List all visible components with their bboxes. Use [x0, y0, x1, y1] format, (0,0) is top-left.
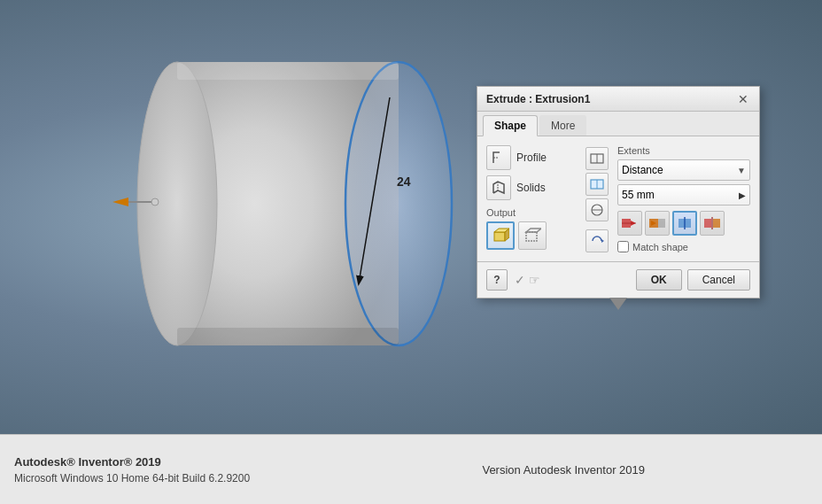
distance-dropdown[interactable]: Distance ▼: [617, 159, 750, 181]
svg-rect-3: [177, 62, 399, 80]
svg-text:24: 24: [397, 174, 411, 189]
tab-more[interactable]: More: [539, 115, 586, 136]
solids-row: Solids: [486, 175, 577, 200]
dir-button-2[interactable]: [645, 211, 670, 236]
status-line-2: Microsoft Windows 10 Home 64-bit Build 6…: [14, 472, 808, 485]
match-shape-row: Match shape: [617, 241, 750, 252]
extents-icon-1[interactable]: [585, 147, 609, 170]
svg-point-9: [151, 198, 159, 205]
profile-picker-button[interactable]: [486, 145, 511, 170]
dir-button-1[interactable]: [617, 211, 642, 236]
svg-rect-29: [658, 219, 665, 228]
svg-marker-8: [112, 198, 128, 206]
distance-value: 55 mm: [622, 189, 655, 201]
tab-shape[interactable]: Shape: [483, 115, 538, 136]
ok-button[interactable]: OK: [636, 269, 682, 291]
solids-picker-button[interactable]: [486, 175, 511, 200]
distance-dropdown-value: Distance: [622, 164, 663, 176]
left-panel: Profile Solids Output: [486, 145, 577, 252]
extents-label: Extents: [617, 145, 750, 156]
svg-rect-12: [494, 232, 505, 241]
extents-icon-2[interactable]: [585, 173, 609, 196]
output-label: Output: [486, 207, 577, 218]
dir-button-4[interactable]: [700, 211, 725, 236]
spin-icon-button[interactable]: [585, 229, 609, 252]
extrude-dialog: Extrude : Extrusion1 ✕ Shape More Profil…: [477, 86, 760, 299]
footer-left: ? ✓ ☞: [486, 269, 631, 291]
cursor-icon: ☞: [529, 273, 540, 287]
right-panel: Extents Distance ▼ 55 mm ▶: [617, 145, 750, 252]
output-surface-button[interactable]: [518, 221, 547, 250]
svg-point-2: [345, 62, 452, 345]
output-solid-button[interactable]: [486, 221, 515, 250]
status-bar: Autodesk® Inventor® 2019 Microsoft Windo…: [0, 434, 822, 504]
dir-button-3[interactable]: [672, 211, 697, 236]
svg-rect-15: [526, 232, 537, 241]
svg-rect-32: [704, 219, 711, 228]
extents-icons-col: [585, 147, 609, 252]
dialog-content: Profile Solids Output: [477, 136, 759, 261]
cancel-button[interactable]: Cancel: [687, 269, 750, 291]
profile-label: Profile: [516, 151, 547, 164]
extents-icon-3[interactable]: [585, 198, 609, 221]
dialog-tabs: Shape More: [477, 112, 759, 136]
dialog-footer: ? ✓ ☞ OK Cancel: [477, 261, 759, 298]
distance-value-field[interactable]: 55 mm ▶: [617, 184, 750, 205]
svg-marker-23: [601, 239, 604, 243]
solids-label: Solids: [516, 182, 546, 194]
direction-buttons: [617, 211, 750, 236]
help-button[interactable]: ?: [486, 269, 508, 291]
svg-point-1: [137, 62, 217, 345]
profile-row: Profile: [486, 145, 577, 170]
close-button[interactable]: ✕: [736, 92, 750, 106]
svg-rect-4: [177, 328, 399, 345]
output-buttons: [486, 221, 577, 250]
dialog-title: Extrude : Extrusion1: [486, 93, 590, 105]
dialog-titlebar: Extrude : Extrusion1 ✕: [477, 87, 759, 112]
checkmark-icon: ✓: [515, 273, 525, 287]
dialog-sections: Profile Solids Output: [486, 145, 750, 252]
dropdown-chevron: ▼: [737, 166, 746, 175]
value-arrow: ▶: [739, 190, 746, 200]
svg-rect-33: [713, 219, 720, 228]
match-shape-label: Match shape: [632, 242, 688, 252]
svg-marker-16: [526, 229, 541, 232]
dialog-arrow: [609, 298, 627, 310]
status-line-1: Autodesk® Inventor® 2019: [14, 455, 808, 469]
status-version: Version Autodesk Inventor 2019: [482, 463, 645, 477]
output-section: Output: [486, 207, 577, 250]
footer-mid: ✓ ☞: [515, 273, 540, 287]
match-shape-checkbox[interactable]: [617, 241, 629, 252]
